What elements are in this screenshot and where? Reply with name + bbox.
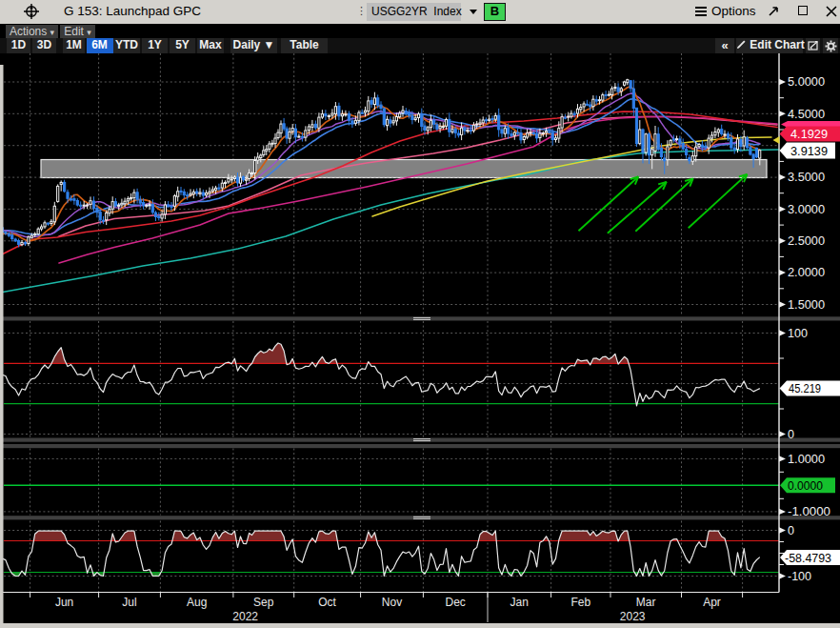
- svg-text:Mar: Mar: [636, 596, 656, 609]
- svg-text:-1.0000: -1.0000: [788, 505, 830, 518]
- svg-text:2023: 2023: [620, 610, 646, 623]
- svg-text:1.5000: 1.5000: [788, 298, 825, 312]
- svg-text:Apr: Apr: [703, 596, 721, 609]
- svg-text:1.0000: 1.0000: [788, 453, 825, 466]
- svg-text:45.219: 45.219: [789, 382, 821, 395]
- svg-text:-58.4793: -58.4793: [785, 552, 831, 565]
- svg-text:Jul: Jul: [122, 596, 136, 609]
- svg-text:Aug: Aug: [187, 596, 207, 609]
- svg-text:0: 0: [788, 428, 794, 441]
- svg-text:Nov: Nov: [382, 596, 402, 609]
- svg-text:Dec: Dec: [446, 596, 466, 609]
- svg-text:2.0000: 2.0000: [788, 266, 825, 279]
- svg-text:100: 100: [788, 327, 808, 340]
- svg-text:5.0000: 5.0000: [788, 75, 825, 89]
- svg-text:-100: -100: [788, 570, 811, 583]
- svg-text:Feb: Feb: [570, 596, 590, 609]
- svg-text:3.0000: 3.0000: [788, 203, 825, 216]
- svg-text:3.9139: 3.9139: [790, 144, 828, 158]
- svg-text:3.5000: 3.5000: [788, 171, 825, 184]
- svg-text:0: 0: [788, 524, 794, 537]
- svg-text:2.5000: 2.5000: [788, 234, 825, 248]
- svg-text:4.1929: 4.1929: [790, 127, 828, 141]
- svg-text:Jun: Jun: [55, 596, 73, 609]
- svg-text:0.0000: 0.0000: [788, 479, 823, 493]
- svg-text:Sep: Sep: [253, 596, 274, 609]
- svg-text:4.5000: 4.5000: [788, 108, 825, 121]
- svg-text:Oct: Oct: [318, 596, 336, 609]
- svg-text:2022: 2022: [232, 610, 258, 623]
- svg-text:Jan: Jan: [510, 596, 529, 609]
